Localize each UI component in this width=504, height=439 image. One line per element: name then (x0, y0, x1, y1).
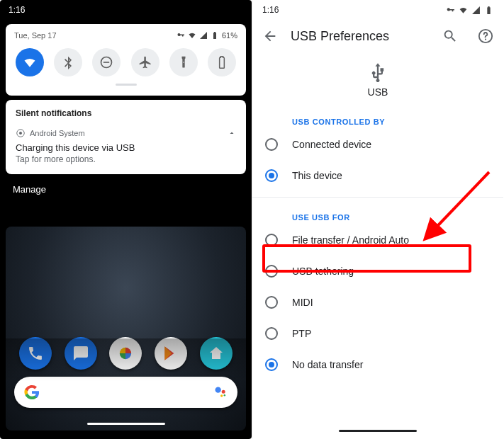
app-playstore[interactable] (155, 337, 187, 370)
option-ptp[interactable]: PTP (252, 318, 503, 349)
svg-point-3 (19, 132, 22, 135)
battery-icon (484, 6, 493, 15)
option-usb-tethering[interactable]: USB tethering (252, 256, 503, 287)
nav-handle-left[interactable] (87, 423, 165, 425)
usb-icon (368, 62, 388, 82)
notif-title[interactable]: Charging this device via USB (16, 142, 236, 153)
option-label: PTP (292, 328, 311, 339)
qs-date: Tue, Sep 17 (14, 31, 57, 40)
option-label: USB tethering (292, 266, 354, 277)
option-this-device[interactable]: This device (252, 160, 503, 191)
assistant-icon[interactable] (213, 385, 228, 399)
radio-icon (265, 234, 278, 246)
toggle-bluetooth[interactable] (54, 48, 82, 76)
option-label: File transfer / Android Auto (292, 234, 409, 246)
google-search-bar[interactable] (14, 377, 237, 408)
svg-point-7 (224, 394, 226, 397)
radio-icon (265, 138, 278, 151)
search-icon[interactable] (442, 28, 458, 44)
wifi-icon (188, 31, 196, 40)
app-bar: USB Preferences (252, 20, 503, 52)
option-label: Connected device (292, 139, 371, 150)
battery-pct: 61% (222, 31, 237, 40)
option-no-data-transfer[interactable]: No data transfer (252, 349, 503, 380)
svg-rect-1 (103, 62, 109, 63)
toggle-wifi[interactable] (16, 48, 44, 76)
section-controlled-by: USB CONTROLLED BY (252, 102, 503, 129)
notif-subtitle: Tap for more options. (16, 154, 236, 164)
radio-icon (265, 265, 278, 278)
back-icon[interactable] (262, 28, 278, 44)
gear-icon (16, 128, 26, 138)
phone-left: 1:16 Tue, Sep 17 61% (0, 0, 252, 439)
radio-icon (265, 169, 278, 182)
option-connected-device[interactable]: Connected device (252, 129, 503, 160)
status-time: 1:16 (9, 5, 25, 15)
svg-point-5 (222, 390, 225, 394)
key-icon (177, 31, 185, 40)
svg-point-4 (215, 387, 221, 393)
option-label: This device (292, 170, 342, 181)
qs-drag-handle[interactable] (116, 84, 137, 86)
radio-icon (265, 358, 278, 371)
status-bar-left: 1:16 (0, 0, 252, 20)
section-use-usb-for: USE USB FOR (252, 198, 503, 224)
google-g-icon (24, 384, 40, 400)
help-icon[interactable] (478, 28, 493, 44)
status-time-right: 1:16 (262, 5, 279, 15)
toggle-airplane[interactable] (131, 48, 159, 76)
app-home[interactable] (200, 337, 233, 370)
option-label: MIDI (292, 297, 313, 308)
qs-status-icons: 61% (177, 31, 237, 40)
nav-handle-right[interactable] (339, 430, 417, 432)
status-bar-right: 1:16 (252, 0, 503, 20)
radio-icon (265, 296, 278, 309)
usb-hero: USB (252, 52, 503, 102)
toggle-battery-saver[interactable] (208, 48, 236, 76)
signal-icon (471, 6, 481, 15)
silent-header: Silent notifications (16, 108, 236, 118)
wifi-icon (459, 6, 468, 15)
home-wallpaper (6, 227, 246, 431)
manage-link[interactable]: Manage (0, 174, 252, 200)
option-label: No data transfer (292, 359, 363, 370)
toggle-flashlight[interactable] (169, 48, 198, 76)
app-photos[interactable] (109, 337, 142, 370)
svg-point-9 (485, 38, 486, 40)
toggle-dnd[interactable] (92, 48, 121, 76)
usb-hero-label: USB (252, 86, 503, 98)
phone-right: 1:16 USB Preferences USB USB CONTROLLED … (252, 0, 503, 439)
app-phone[interactable] (19, 337, 52, 370)
signal-icon (199, 31, 208, 40)
silent-notifications-card: Silent notifications Android System Char… (6, 100, 246, 174)
page-title: USB Preferences (291, 29, 430, 44)
option-midi[interactable]: MIDI (252, 287, 503, 318)
radio-icon (265, 327, 278, 340)
app-dock (6, 337, 246, 370)
key-icon (446, 6, 455, 15)
svg-point-6 (220, 394, 223, 397)
option-file-transfer[interactable]: File transfer / Android Auto (252, 224, 503, 256)
notif-app-label: Android System (30, 129, 85, 137)
quick-settings-card: Tue, Sep 17 61% (6, 24, 246, 96)
battery-icon (211, 31, 219, 40)
app-messages[interactable] (65, 337, 97, 370)
chevron-up-icon[interactable] (228, 129, 236, 137)
